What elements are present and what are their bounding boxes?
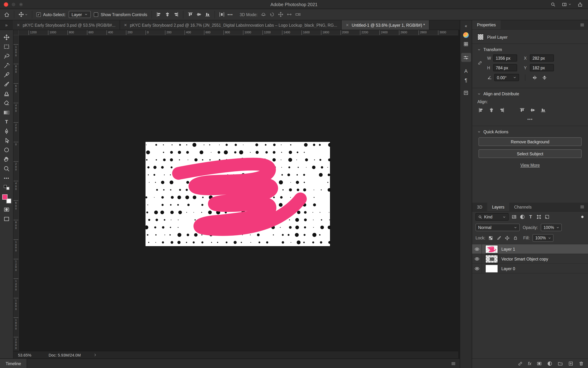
home-icon[interactable] (4, 11, 10, 18)
quick-actions-header[interactable]: Quick Actions (477, 129, 583, 134)
adjustment-layer-icon[interactable] (547, 361, 552, 366)
panel-libraries-icon[interactable] (461, 39, 471, 48)
3d-orbit-icon[interactable] (260, 12, 266, 17)
timeline-tab[interactable]: Timeline (0, 359, 27, 368)
lock-position-icon[interactable] (505, 235, 510, 240)
document-canvas[interactable] (146, 142, 330, 246)
zoom-window-button[interactable]: + (19, 2, 23, 7)
eye-icon[interactable] (474, 266, 479, 271)
x-input[interactable]: 282 px (530, 55, 554, 62)
align-right-icon[interactable] (173, 12, 179, 17)
align-section-header[interactable]: Align and Distribute (477, 92, 583, 96)
filter-kind-dropdown[interactable]: Kind (476, 213, 508, 221)
show-transform-checkbox[interactable] (94, 12, 98, 17)
minimize-window-button[interactable] (11, 2, 16, 7)
align-left-icon[interactable] (478, 107, 484, 113)
zoom-tool[interactable] (1, 164, 12, 173)
close-tab-icon[interactable]: × (346, 23, 349, 28)
brush-tool[interactable] (1, 80, 12, 89)
hand-tool[interactable] (1, 155, 12, 164)
quick-mask-button[interactable] (1, 205, 12, 214)
select-subject-button[interactable]: Select Subject (478, 149, 581, 158)
align-right-icon[interactable] (499, 107, 505, 113)
layer-styles-button[interactable]: fx (528, 361, 531, 366)
quick-selection-tool[interactable] (1, 61, 12, 70)
blend-mode-dropdown[interactable]: Normal (476, 224, 520, 231)
align-horizontal-center-icon[interactable] (165, 12, 170, 17)
workspace-switcher[interactable] (562, 2, 571, 7)
auto-select-toggle[interactable]: ✓ Auto-Select: (36, 12, 65, 17)
transform-section-header[interactable]: Transform (477, 47, 583, 52)
link-dimensions-icon[interactable] (477, 60, 482, 65)
add-layer-mask-icon[interactable] (537, 361, 542, 366)
screen-mode-button[interactable] (1, 214, 12, 224)
align-bottom-icon[interactable] (540, 107, 546, 113)
document-tab-1[interactable]: × pKYC Early Storyboard 3.psd @ 53.5% (R… (13, 20, 120, 29)
layer-row-1[interactable]: Layer 1 (472, 244, 588, 254)
layer-visibility-cell[interactable] (472, 244, 482, 254)
lock-pixels-icon[interactable] (497, 235, 501, 240)
tool-preset-picker[interactable] (18, 12, 28, 17)
align-horizontal-center-icon[interactable] (489, 107, 494, 113)
eraser-tool[interactable] (1, 98, 12, 108)
remove-background-button[interactable]: Remove Background (478, 138, 581, 146)
close-tab-icon[interactable]: × (124, 23, 127, 28)
view-more-link[interactable]: View More (477, 163, 583, 167)
panel-character-icon[interactable]: A (461, 66, 471, 75)
eye-icon[interactable] (474, 246, 479, 252)
ellipse-tool[interactable] (1, 145, 12, 155)
delete-layer-icon[interactable] (579, 361, 584, 366)
lock-all-icon[interactable] (513, 235, 518, 240)
align-vertical-center-icon[interactable] (196, 12, 201, 17)
align-top-icon[interactable] (187, 12, 193, 17)
layer-visibility-cell[interactable] (472, 254, 482, 263)
lasso-tool[interactable] (1, 51, 12, 61)
align-vertical-center-icon[interactable] (530, 107, 535, 113)
layer-name[interactable]: Vector Smart Object copy (501, 257, 548, 261)
link-layers-icon[interactable] (517, 361, 523, 366)
auto-select-target-dropdown[interactable]: Layer (69, 11, 91, 18)
panel-menu-icon[interactable] (451, 361, 456, 366)
canvas-area[interactable] (19, 35, 458, 351)
align-top-icon[interactable] (519, 107, 525, 113)
search-icon[interactable] (551, 2, 556, 7)
panel-clone-source-icon[interactable] (461, 88, 471, 97)
clone-stamp-tool[interactable] (1, 89, 12, 98)
flip-vertical-icon[interactable] (542, 75, 547, 80)
3d-roll-icon[interactable] (269, 12, 275, 17)
layer-thumbnail-white[interactable] (485, 265, 498, 273)
more-options-icon[interactable]: ••• (227, 12, 233, 17)
eyedropper-tool[interactable] (1, 70, 12, 80)
eye-icon[interactable] (474, 256, 479, 261)
ruler-origin[interactable] (13, 30, 19, 35)
align-left-icon[interactable] (156, 12, 161, 17)
layer-row-2[interactable]: Vector Smart Object copy (472, 254, 588, 264)
layer-row-3[interactable]: Layer 0 (472, 264, 588, 273)
fill-dropdown[interactable]: 100% (533, 234, 554, 242)
y-input[interactable]: 182 px (530, 64, 554, 71)
panel-adjustments-icon[interactable] (461, 53, 471, 62)
tab-properties[interactable]: Properties (472, 20, 501, 29)
toolbar-expand-toggle[interactable]: » (0, 20, 13, 29)
filter-pixel-layers-icon[interactable] (512, 214, 517, 220)
opacity-dropdown[interactable]: 100% (541, 224, 562, 231)
align-bottom-icon[interactable] (205, 12, 210, 17)
filter-adjustment-layers-icon[interactable] (520, 214, 525, 220)
share-icon[interactable] (578, 2, 583, 7)
gradient-tool[interactable] (1, 108, 12, 117)
3d-pan-icon[interactable] (278, 12, 284, 17)
filter-smart-objects-icon[interactable] (544, 214, 550, 220)
status-chevron-icon[interactable] (93, 353, 97, 357)
new-layer-icon[interactable] (568, 361, 573, 366)
3d-camera-icon[interactable] (295, 12, 301, 17)
show-transform-toggle[interactable]: Show Transform Controls (94, 12, 147, 17)
tab-channels[interactable]: Channels (509, 203, 536, 211)
layer-name[interactable]: Layer 1 (501, 247, 515, 251)
pen-tool[interactable] (1, 127, 12, 136)
height-input[interactable]: 784 px (493, 64, 517, 71)
panel-menu-icon[interactable] (580, 22, 585, 27)
auto-select-checkbox[interactable]: ✓ (36, 12, 41, 17)
rectangular-marquee-tool[interactable] (1, 42, 12, 51)
type-tool[interactable]: T (1, 117, 12, 126)
collapse-panels-icon[interactable]: « (461, 21, 471, 30)
